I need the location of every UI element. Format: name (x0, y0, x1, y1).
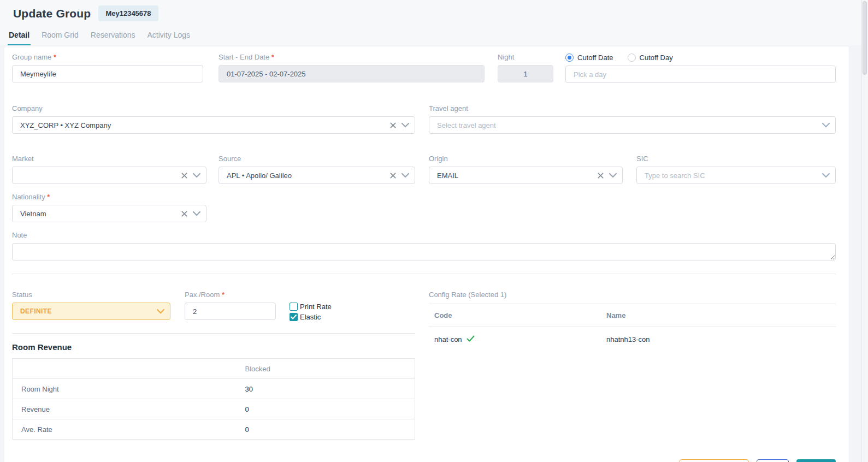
sic-select[interactable]: Type to search SIC (636, 167, 836, 184)
origin-value: EMAIL (437, 171, 592, 180)
blocked-column-header: Blocked (245, 359, 415, 379)
chevron-down-icon[interactable] (157, 309, 164, 314)
back-button[interactable]: Back (757, 459, 789, 462)
date-range-label: Start - End Date (219, 53, 485, 61)
revenue-label: Revenue (13, 399, 245, 419)
cutoff-date-radio[interactable]: Cutoff Date (565, 54, 613, 62)
print-rate-label: Print Rate (300, 303, 332, 311)
status-label: Status (12, 291, 170, 299)
tab-reservations[interactable]: Reservations (90, 28, 137, 45)
radio-icon (565, 54, 574, 62)
nationality-select[interactable]: Vietnam (12, 205, 206, 222)
table-row: Blocked (13, 359, 415, 379)
origin-select[interactable]: EMAIL (429, 167, 623, 184)
checkbox-checked-icon (290, 313, 298, 321)
selected-check-icon (467, 335, 475, 343)
table-row[interactable]: nhat-con nhatnh13-con (429, 327, 836, 350)
config-rate-section-title: Config Rate (Selected 1) (429, 291, 836, 304)
market-select[interactable] (12, 167, 206, 184)
config-rate-button[interactable]: Config Rate (679, 459, 749, 462)
page-title: Update Group (13, 7, 91, 20)
company-value: XYZ_CORP • XYZ Company (20, 121, 385, 129)
cutoff-day-label: Cutoff Day (640, 54, 673, 62)
clear-icon[interactable] (597, 172, 604, 179)
date-range-input (219, 65, 485, 82)
nationality-value: Vietnam (20, 210, 176, 218)
name-column-header: Name (601, 304, 836, 327)
chevron-down-icon[interactable] (193, 211, 200, 216)
note-textarea[interactable] (12, 243, 836, 260)
group-code-badge: Mey12345678 (98, 5, 158, 21)
config-rate-table: Code Name nhat-con nhatnh13-con (429, 304, 836, 349)
vertical-scrollbar[interactable] (861, 0, 868, 462)
footer-actions: Config Rate Back Submit (12, 459, 836, 462)
tab-detail[interactable]: Detail (8, 28, 31, 45)
source-value: APL • Apollo/ Galileo (227, 171, 385, 180)
code-column-header: Code (429, 304, 601, 327)
chevron-down-icon[interactable] (822, 123, 830, 128)
chevron-down-icon[interactable] (401, 123, 409, 128)
group-name-input[interactable] (12, 65, 203, 82)
rate-code: nhat-con (434, 335, 462, 343)
cutoff-day-radio[interactable]: Cutoff Day (628, 54, 673, 62)
company-select[interactable]: XYZ_CORP • XYZ Company (12, 116, 415, 134)
room-night-value: 30 (245, 379, 415, 399)
source-label: Source (219, 155, 415, 163)
chevron-down-icon[interactable] (822, 173, 830, 178)
table-row: Revenue 0 (13, 399, 415, 419)
market-label: Market (12, 155, 206, 163)
elastic-label: Elastic (300, 313, 321, 321)
room-revenue-title: Room Revenue (12, 342, 415, 352)
tab-bar: Detail Room Grid Reservations Activity L… (8, 28, 868, 45)
print-rate-checkbox[interactable]: Print Rate (290, 301, 332, 312)
clear-icon[interactable] (389, 122, 397, 129)
rate-name: nhatnh13-con (601, 327, 836, 350)
pax-room-label: Pax./Room (185, 291, 276, 299)
room-revenue-divider (12, 333, 415, 334)
origin-label: Origin (429, 155, 623, 163)
note-field: Note (12, 231, 836, 263)
chevron-down-icon[interactable] (193, 173, 200, 178)
night-input (498, 65, 553, 82)
clear-icon[interactable] (389, 172, 397, 179)
company-label: Company (12, 104, 415, 112)
sic-placeholder: Type to search SIC (645, 171, 817, 180)
tab-room-grid[interactable]: Room Grid (40, 28, 80, 45)
tab-activity-logs[interactable]: Activity Logs (146, 28, 192, 45)
travel-agent-label: Travel agent (429, 104, 836, 112)
status-select[interactable]: DEFINITE (12, 303, 170, 320)
group-name-label: Group name (12, 53, 203, 61)
travel-agent-select[interactable]: Select travel agent (429, 116, 836, 134)
night-label: Night (498, 53, 553, 61)
chevron-down-icon[interactable] (609, 173, 617, 178)
detail-form-card: Group name Start - End Date Night Cutoff… (4, 46, 849, 462)
cutoff-date-label: Cutoff Date (577, 54, 613, 62)
clear-icon[interactable] (181, 172, 188, 179)
clear-icon[interactable] (181, 210, 188, 217)
cutoff-radio-group: Cutoff Date Cutoff Day (565, 53, 836, 62)
table-row: Room Night 30 (13, 379, 415, 399)
table-row: Code Name (429, 304, 836, 327)
scrollbar-thumb[interactable] (863, 1, 867, 75)
status-value: DEFINITE (20, 307, 152, 315)
ave-rate-label: Ave. Rate (13, 419, 245, 440)
checkbox-icon (290, 303, 298, 311)
ave-rate-value: 0 (245, 419, 415, 440)
pax-room-input[interactable] (185, 303, 276, 320)
elastic-checkbox[interactable]: Elastic (290, 312, 332, 322)
note-label: Note (12, 231, 836, 239)
radio-icon (628, 54, 636, 62)
sic-label: SIC (636, 155, 836, 163)
chevron-down-icon[interactable] (401, 173, 409, 178)
cutoff-day-picker-input[interactable] (565, 66, 836, 83)
room-revenue-table: Blocked Room Night 30 Revenue 0 Ave. Rat… (12, 358, 415, 440)
source-select[interactable]: APL • Apollo/ Galileo (219, 167, 415, 184)
section-divider (12, 274, 836, 274)
nationality-label: Nationality (12, 193, 206, 201)
travel-agent-placeholder: Select travel agent (437, 121, 817, 129)
page-header: Update Group Mey12345678 Detail Room Gri… (0, 0, 868, 45)
revenue-value: 0 (245, 399, 415, 419)
submit-button[interactable]: Submit (796, 459, 836, 462)
room-night-label: Room Night (13, 379, 245, 399)
table-row: Ave. Rate 0 (13, 419, 415, 440)
